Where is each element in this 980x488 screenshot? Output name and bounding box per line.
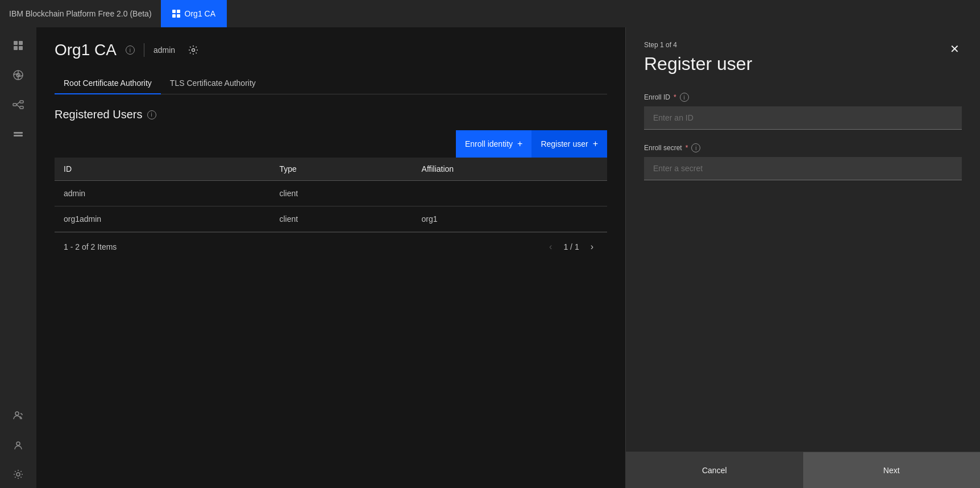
sidebar-item-identity[interactable] [5, 431, 32, 458]
register-plus-icon: + [593, 139, 598, 149]
right-panel: Step 1 of 4 Register user ✕ Enroll ID * … [625, 27, 980, 488]
svg-point-15 [16, 442, 20, 445]
col-type: Type [270, 158, 412, 181]
section-info-icon[interactable]: i [147, 110, 156, 119]
panel-footer: Cancel Next [626, 452, 980, 488]
svg-line-10 [16, 102, 20, 105]
step-label: Step 1 of 4 [644, 41, 752, 49]
page-header: Org1 CA i admin [55, 41, 607, 59]
table-body: adminclientorg1adminclientorg1 [55, 181, 607, 232]
enroll-id-input[interactable] [644, 106, 962, 130]
enroll-secret-info-icon[interactable]: i [691, 143, 700, 152]
enroll-secret-label: Enroll secret * i [644, 143, 962, 152]
enroll-id-info-icon[interactable]: i [680, 93, 689, 102]
pagination: 1 - 2 of 2 Items ‹ 1 / 1 › [55, 232, 607, 261]
identity-icon [13, 439, 24, 450]
close-panel-button[interactable]: ✕ [948, 41, 962, 57]
tabs: Root Certificate Authority TLS Certifica… [55, 73, 607, 94]
tab-tls-ca[interactable]: TLS Certificate Authority [161, 73, 265, 94]
dashboard-icon [13, 40, 24, 51]
app-title: IBM Blockchain Platform Free 2.0 (Beta) [0, 9, 161, 18]
enroll-identity-button[interactable]: Enroll identity + [456, 130, 531, 158]
svg-rect-2 [14, 46, 18, 50]
svg-rect-3 [19, 46, 23, 50]
cell-affiliation: org1 [413, 206, 607, 232]
tab-icon [172, 10, 180, 18]
pagination-next-button[interactable]: › [586, 239, 598, 254]
enroll-secret-input[interactable] [644, 157, 962, 180]
cell-id: admin [55, 181, 270, 206]
pagination-prev-button[interactable]: ‹ [545, 239, 557, 254]
page-content: Org1 CA i admin Root Certificate Authori… [36, 27, 625, 488]
svg-rect-1 [19, 41, 23, 45]
table-toolbar: Enroll identity + Register user + [55, 130, 607, 158]
pagination-summary: 1 - 2 of 2 Items [64, 242, 117, 251]
sidebar-item-network[interactable] [5, 61, 32, 89]
sidebar-item-channels[interactable] [5, 121, 32, 148]
svg-point-16 [16, 473, 20, 476]
cell-affiliation [413, 181, 607, 206]
svg-rect-0 [14, 41, 18, 45]
tab-label: Org1 CA [185, 9, 215, 18]
cell-type: client [270, 181, 412, 206]
tab-root-ca[interactable]: Root Certificate Authority [55, 73, 161, 94]
pagination-nav: ‹ 1 / 1 › [545, 239, 598, 254]
enroll-secret-group: Enroll secret * i [644, 143, 962, 180]
panel-header: Step 1 of 4 Register user ✕ [626, 27, 980, 75]
cancel-button[interactable]: Cancel [626, 452, 803, 488]
nodes-icon [13, 99, 24, 110]
cell-id: org1admin [55, 206, 270, 232]
sidebar [0, 27, 36, 488]
sidebar-item-settings[interactable] [5, 461, 32, 488]
header-divider [144, 43, 144, 57]
header-admin: admin [153, 46, 175, 55]
sidebar-item-users[interactable] [5, 402, 32, 429]
col-id: ID [55, 158, 270, 181]
section-title: Registered Users i [55, 108, 607, 121]
page-title-info-icon[interactable]: i [126, 46, 135, 55]
gear-icon [188, 45, 198, 55]
main-layout: Org1 CA i admin Root Certificate Authori… [0, 27, 980, 488]
cell-type: client [270, 206, 412, 232]
enroll-id-required: * [674, 93, 676, 101]
svg-line-11 [16, 105, 20, 107]
panel-body: Enroll ID * i Enroll secret * i [626, 75, 980, 452]
enroll-secret-required: * [686, 144, 688, 152]
settings-icon [13, 469, 24, 480]
svg-rect-8 [20, 101, 23, 103]
page-title: Org1 CA [55, 41, 117, 59]
registered-users-table: ID Type Affiliation adminclientorg1admin… [55, 158, 607, 232]
col-affiliation: Affiliation [413, 158, 607, 181]
sidebar-item-nodes[interactable] [5, 91, 32, 118]
register-user-button[interactable]: Register user + [531, 130, 607, 158]
svg-rect-12 [14, 132, 23, 134]
table-row: org1adminclientorg1 [55, 206, 607, 232]
table-header: ID Type Affiliation [55, 158, 607, 181]
sidebar-item-dashboard[interactable] [5, 32, 32, 59]
pagination-current: 1 / 1 [563, 242, 579, 251]
users-icon [13, 410, 24, 421]
enroll-id-label: Enroll ID * i [644, 93, 962, 102]
panel-header-left: Step 1 of 4 Register user [644, 41, 752, 75]
channels-icon [13, 129, 24, 140]
svg-rect-9 [20, 106, 23, 109]
svg-point-14 [15, 412, 19, 415]
svg-point-17 [192, 49, 195, 52]
enroll-plus-icon: + [517, 139, 522, 149]
svg-rect-13 [14, 135, 23, 137]
top-bar: IBM Blockchain Platform Free 2.0 (Beta) … [0, 0, 980, 27]
enroll-id-group: Enroll ID * i [644, 93, 962, 130]
content-area: Org1 CA i admin Root Certificate Authori… [36, 27, 980, 488]
next-button[interactable]: Next [803, 452, 981, 488]
network-icon [13, 69, 24, 81]
svg-rect-7 [13, 104, 16, 106]
panel-title: Register user [644, 53, 752, 75]
settings-gear-button[interactable] [184, 41, 202, 59]
active-tab[interactable]: Org1 CA [161, 0, 227, 27]
table-row: adminclient [55, 181, 607, 206]
